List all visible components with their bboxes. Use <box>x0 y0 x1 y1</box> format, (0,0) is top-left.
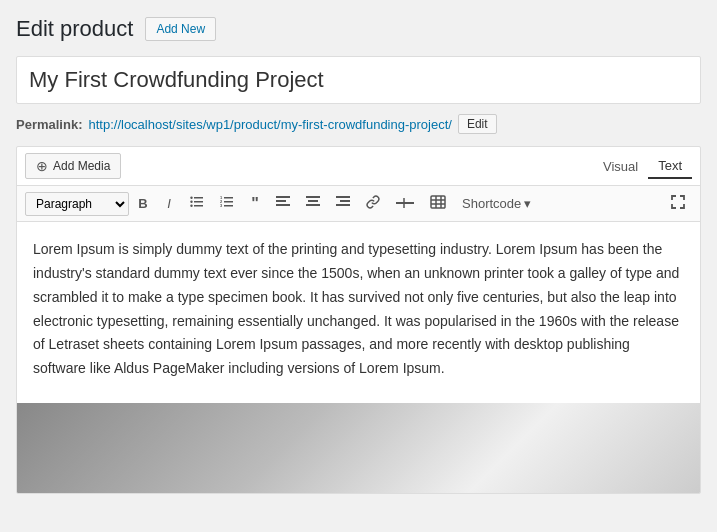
svg-rect-8 <box>224 205 233 207</box>
svg-rect-12 <box>276 196 290 198</box>
svg-rect-16 <box>308 200 318 202</box>
editor-top-row: ⊕ Add Media Visual Text <box>17 147 700 186</box>
svg-rect-14 <box>276 204 290 206</box>
link-button[interactable] <box>359 191 387 217</box>
svg-rect-15 <box>306 196 320 198</box>
editor-content-area[interactable]: Lorem Ipsum is simply dummy text of the … <box>17 222 700 403</box>
svg-point-4 <box>190 200 192 202</box>
title-input-wrap <box>16 56 701 104</box>
permalink-edit-button[interactable]: Edit <box>458 114 497 134</box>
add-new-button[interactable]: Add New <box>145 17 216 41</box>
svg-rect-1 <box>194 201 203 203</box>
page-wrapper: Edit product Add New Permalink: http://l… <box>0 0 717 532</box>
svg-rect-21 <box>396 202 414 204</box>
shortcode-label: Shortcode <box>462 196 521 211</box>
unordered-list-button[interactable] <box>183 191 211 217</box>
svg-rect-17 <box>306 204 320 206</box>
permalink-row: Permalink: http://localhost/sites/wp1/pr… <box>16 114 701 134</box>
editor-text: Lorem Ipsum is simply dummy text of the … <box>33 238 684 381</box>
tab-visual[interactable]: Visual <box>593 154 648 179</box>
add-media-label: Add Media <box>53 159 110 173</box>
align-right-button[interactable] <box>329 192 357 216</box>
editor-container: ⊕ Add Media Visual Text Paragraph Headin… <box>16 146 701 494</box>
blockquote-button[interactable]: " <box>243 190 267 217</box>
product-title-input[interactable] <box>17 57 700 103</box>
shortcode-arrow: ▾ <box>524 196 531 211</box>
svg-rect-2 <box>194 205 203 207</box>
svg-rect-13 <box>276 200 286 202</box>
svg-point-3 <box>190 196 192 198</box>
bold-button[interactable]: B <box>131 192 155 216</box>
visual-text-tabs: Visual Text <box>593 154 692 179</box>
svg-rect-19 <box>340 200 350 202</box>
svg-rect-0 <box>194 197 203 199</box>
page-header: Edit product Add New <box>16 16 701 42</box>
ordered-list-button[interactable]: 123 <box>213 191 241 217</box>
more-button[interactable] <box>389 192 421 216</box>
media-icon: ⊕ <box>36 158 48 174</box>
italic-button[interactable]: I <box>157 192 181 216</box>
table-button[interactable] <box>423 191 453 217</box>
svg-rect-7 <box>224 201 233 203</box>
align-center-button[interactable] <box>299 192 327 216</box>
svg-point-5 <box>190 204 192 206</box>
svg-text:3: 3 <box>220 203 223 208</box>
editor-toolbar: Paragraph Heading 1 Heading 2 Heading 3 … <box>17 186 700 222</box>
align-left-button[interactable] <box>269 192 297 216</box>
add-media-button[interactable]: ⊕ Add Media <box>25 153 121 179</box>
svg-rect-23 <box>431 196 445 208</box>
editor-image-preview <box>17 403 700 493</box>
shortcode-button[interactable]: Shortcode ▾ <box>455 192 538 215</box>
permalink-label: Permalink: <box>16 117 82 132</box>
permalink-url[interactable]: http://localhost/sites/wp1/product/my-fi… <box>88 117 451 132</box>
svg-rect-20 <box>336 204 350 206</box>
svg-rect-18 <box>336 196 350 198</box>
expand-editor-button[interactable] <box>664 191 692 216</box>
page-title: Edit product <box>16 16 133 42</box>
tab-text[interactable]: Text <box>648 154 692 179</box>
svg-rect-6 <box>224 197 233 199</box>
paragraph-select[interactable]: Paragraph Heading 1 Heading 2 Heading 3 … <box>25 192 129 216</box>
